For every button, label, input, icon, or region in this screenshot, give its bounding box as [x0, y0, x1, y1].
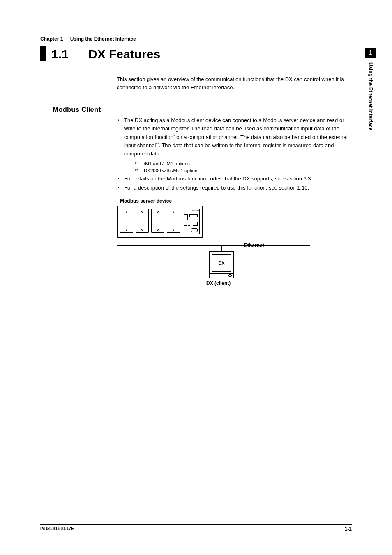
- chapter-header: Chapter 1 Using the Ethernet Interface: [40, 36, 352, 43]
- subsection-title: Modbus Client: [53, 106, 352, 114]
- chapter-label: Chapter 1: [40, 36, 63, 42]
- side-tab-chapter: 1: [365, 48, 376, 58]
- page-number: 1-1: [345, 526, 352, 532]
- bullet-1: The DX acting as a Modbus client device …: [117, 116, 352, 174]
- section-heading: 1.1 DX Features: [40, 46, 352, 61]
- footnote-1-text: /M1 and /PM1 options: [144, 160, 190, 167]
- footnotes: * /M1 and /PM1 options ** DX2000 with /M…: [135, 160, 352, 174]
- doc-id: IM 04L41B01-17E: [40, 526, 74, 532]
- section-number: 1.1: [51, 46, 88, 61]
- server-device-icon: MW100: [117, 206, 203, 238]
- side-tab-title: Using the Ethernet Interface: [368, 62, 374, 131]
- server-model-label: MW100: [191, 209, 200, 212]
- footnote-1-mark: *: [135, 160, 144, 167]
- footnote-2-mark: **: [135, 167, 144, 174]
- dx-connector-line: [221, 245, 222, 251]
- side-tab-title-wrap: Using the Ethernet Interface: [365, 62, 376, 157]
- section-title: DX Features: [88, 46, 160, 61]
- bullet-3: For a description of the settings requir…: [117, 184, 352, 192]
- ethernet-label: Ethernet: [244, 243, 264, 248]
- dx-label: DX: [212, 254, 231, 272]
- diagram: Modbus server device MW100 Ethernet: [117, 198, 352, 293]
- footnote-2: ** DX2000 with /MC1 option: [135, 167, 352, 174]
- intro-paragraph: This section gives an overview of the co…: [117, 75, 352, 92]
- page-footer: IM 04L41B01-17E 1-1: [40, 524, 352, 532]
- section-bar: [40, 46, 46, 61]
- footnote-2-text: DX2000 with /MC1 option: [144, 167, 197, 174]
- dx-client-label: DX (client): [206, 280, 231, 286]
- diagram-server-title: Modbus server device: [120, 198, 352, 204]
- dx-device-icon: DX: [209, 251, 234, 278]
- chapter-title: Using the Ethernet Interface: [70, 36, 136, 42]
- body-content: The DX acting as a Modbus client device …: [117, 116, 352, 192]
- footnote-1: * /M1 and /PM1 options: [135, 160, 352, 167]
- bullet-2: For details on the Modbus function codes…: [117, 175, 352, 183]
